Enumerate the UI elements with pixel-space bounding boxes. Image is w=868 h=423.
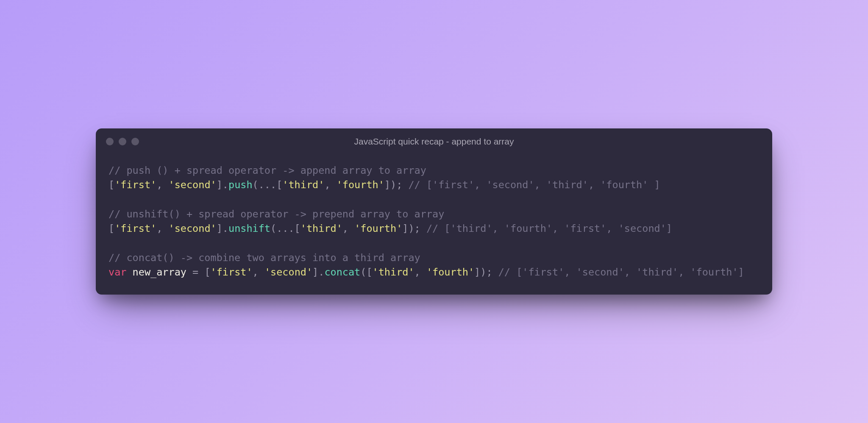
code-method: unshift xyxy=(228,223,270,234)
code-string: 'fourth' xyxy=(426,266,474,278)
traffic-lights xyxy=(106,138,139,145)
code-method: push xyxy=(228,179,253,191)
code-punct: ]); xyxy=(384,179,409,191)
code-string: 'second' xyxy=(264,266,312,278)
code-punct: , xyxy=(324,179,336,191)
code-comment: // unshift() + spread operator -> prepen… xyxy=(108,208,444,220)
code-string: 'second' xyxy=(169,179,217,191)
code-ident: new_array xyxy=(133,266,186,278)
code-punct: ]. xyxy=(217,179,228,191)
minimize-icon[interactable] xyxy=(119,138,126,145)
code-string: 'fourth' xyxy=(354,223,402,234)
code-comment: // concat() -> combine two arrays into a… xyxy=(108,252,420,264)
code-string: 'first' xyxy=(114,179,156,191)
code-punct: , xyxy=(253,266,264,278)
code-string: 'third' xyxy=(373,266,415,278)
code-string: 'fourth' xyxy=(337,179,384,191)
code-punct: (...[ xyxy=(253,179,283,191)
code-punct: ([ xyxy=(360,266,372,278)
code-punct: ]. xyxy=(312,266,324,278)
code-comment: // push () + spread operator -> append a… xyxy=(108,164,426,176)
code-punct: (...[ xyxy=(270,223,300,234)
code-string: 'second' xyxy=(169,223,217,234)
code-punct: ]); xyxy=(402,223,426,234)
code-punct: [ xyxy=(108,179,114,191)
code-punct: ]. xyxy=(217,223,228,234)
code-keyword: var xyxy=(108,266,126,278)
code-punct: = [ xyxy=(186,266,211,278)
code-comment: // ['third', 'fourth', 'first', 'second'… xyxy=(426,223,672,234)
code-comment: // ['first', 'second', 'third', 'fourth'… xyxy=(498,266,744,278)
window-title: JavaScript quick recap - append to array xyxy=(106,136,762,147)
code-string: 'third' xyxy=(300,223,342,234)
code-string: 'first' xyxy=(211,266,253,278)
code-punct: ]); xyxy=(474,266,498,278)
code-space xyxy=(126,266,132,278)
code-punct: , xyxy=(342,223,354,234)
close-icon[interactable] xyxy=(106,138,114,145)
maximize-icon[interactable] xyxy=(131,138,139,145)
code-string: 'first' xyxy=(114,223,156,234)
code-content: // push () + spread operator -> append a… xyxy=(96,155,772,295)
code-comment: // ['first', 'second', 'third', 'fourth'… xyxy=(408,179,660,191)
code-method: concat xyxy=(324,266,360,278)
code-punct: , xyxy=(156,223,168,234)
code-punct: , xyxy=(415,266,426,278)
code-string: 'third' xyxy=(282,179,324,191)
code-punct: , xyxy=(156,179,168,191)
window-titlebar: JavaScript quick recap - append to array xyxy=(96,128,772,155)
code-punct: [ xyxy=(108,223,114,234)
code-window: JavaScript quick recap - append to array… xyxy=(96,128,772,295)
